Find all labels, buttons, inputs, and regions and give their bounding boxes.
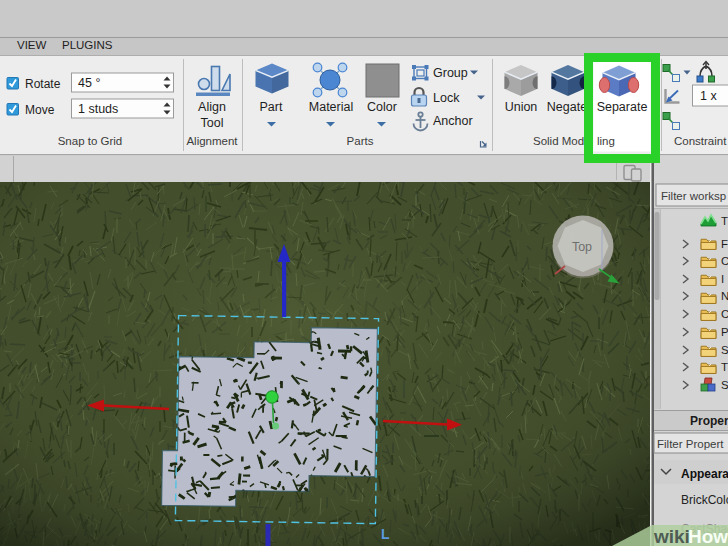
svg-text:VIEW: VIEW [17, 39, 47, 51]
svg-text:Color: Color [367, 100, 397, 114]
svg-text:Align: Align [198, 100, 226, 114]
svg-text:ling: ling [597, 135, 615, 147]
svg-text:Move: Move [25, 103, 55, 117]
svg-text:wiki: wiki [653, 526, 690, 546]
svg-text:Solid Mod: Solid Mod [533, 135, 584, 147]
svg-text:Negate: Negate [547, 100, 587, 114]
svg-text:Part: Part [260, 100, 283, 114]
svg-text:BrickColo: BrickColo [681, 493, 728, 507]
svg-text:Proper: Proper [690, 414, 728, 428]
svg-text:S: S [721, 379, 728, 391]
svg-text:1 studs: 1 studs [78, 102, 118, 116]
svg-text:45 °: 45 ° [78, 76, 100, 90]
svg-text:N: N [721, 290, 728, 302]
svg-text:How: How [688, 526, 728, 546]
svg-text:Group: Group [433, 66, 468, 80]
svg-text:Tool: Tool [201, 116, 224, 130]
svg-text:Filter Propert: Filter Propert [657, 438, 724, 450]
svg-text:Anchor: Anchor [433, 114, 473, 128]
svg-text:S: S [721, 344, 728, 356]
svg-text:I: I [721, 273, 724, 285]
svg-text:Top: Top [572, 240, 592, 254]
svg-text:Union: Union [505, 100, 538, 114]
svg-text:Separate: Separate [597, 100, 648, 114]
svg-text:Snap to Grid: Snap to Grid [58, 135, 123, 147]
svg-text:F: F [721, 238, 728, 250]
svg-text:P: P [721, 326, 728, 338]
svg-text:Parts: Parts [347, 135, 374, 147]
svg-text:Constraint: Constraint [674, 135, 727, 147]
svg-text:T: T [721, 361, 728, 373]
svg-text:C: C [721, 308, 728, 320]
svg-text:L: L [381, 526, 390, 542]
svg-text:Material: Material [309, 100, 353, 114]
svg-text:Filter worksp: Filter worksp [661, 190, 726, 202]
svg-text:C: C [721, 255, 728, 267]
svg-text:1 x: 1 x [700, 89, 717, 103]
svg-text:Appeara: Appeara [681, 467, 728, 481]
svg-text:Lock: Lock [433, 91, 460, 105]
svg-text:T: T [721, 215, 728, 227]
svg-text:PLUGINS: PLUGINS [62, 39, 113, 51]
svg-text:Rotate: Rotate [25, 77, 61, 91]
svg-text:Alignment: Alignment [186, 135, 238, 147]
